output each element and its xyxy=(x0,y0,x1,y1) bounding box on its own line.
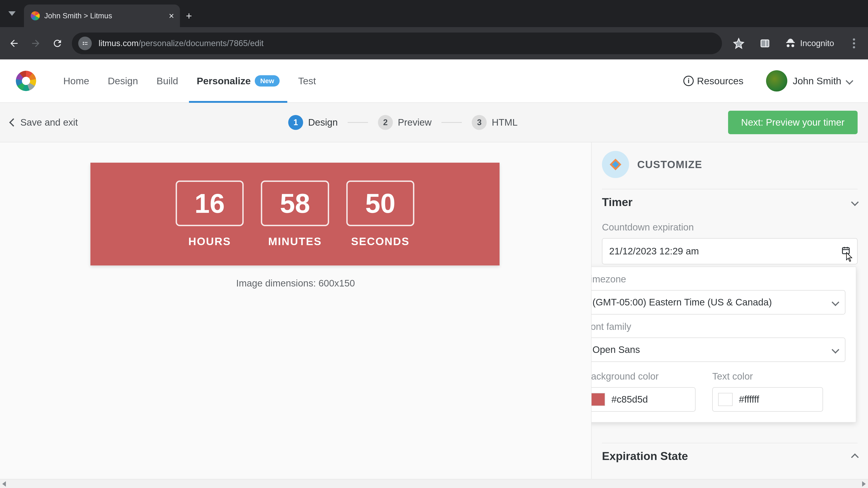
timer-preview[interactable]: 16 HOURS 58 MINUTES 50 SECONDS xyxy=(90,163,500,265)
bgcolor-swatch[interactable] xyxy=(591,393,605,406)
favicon-icon xyxy=(31,11,40,20)
chevron-down-icon xyxy=(851,198,859,206)
back-button[interactable] xyxy=(3,33,25,54)
reload-button[interactable] xyxy=(46,33,68,54)
app-nav: Home Design Build Personalize New Test i… xyxy=(0,59,868,103)
user-menu[interactable]: John Smith xyxy=(766,70,852,92)
new-badge: New xyxy=(255,75,280,87)
chevron-up-icon xyxy=(851,453,859,461)
image-dimensions: Image dimensions: 600x150 xyxy=(0,278,591,289)
save-exit-button[interactable]: Save and exit xyxy=(10,117,78,128)
bgcolor-input[interactable]: #c85d5d xyxy=(591,387,695,412)
svg-point-9 xyxy=(853,46,855,48)
browser-tab[interactable]: John Smith > Litmus × xyxy=(24,4,180,27)
resources-link[interactable]: i Resources xyxy=(683,75,743,87)
step-preview[interactable]: 2 Preview xyxy=(378,115,432,130)
sub-bar: Save and exit 1 Design 2 Preview 3 HTML … xyxy=(0,103,868,142)
bgcolor-label: Background color xyxy=(591,371,695,382)
svg-rect-4 xyxy=(85,44,88,44)
textcolor-label: Text color xyxy=(712,371,823,382)
svg-point-1 xyxy=(83,41,84,43)
font-label: Font family xyxy=(591,321,845,332)
timer-hours: 16 HOURS xyxy=(176,181,244,248)
customize-icon xyxy=(602,151,629,178)
incognito-indicator[interactable]: Incognito xyxy=(780,38,839,49)
chevron-down-icon xyxy=(832,346,839,354)
font-select[interactable]: Open Sans xyxy=(591,337,845,362)
new-tab-button[interactable]: + xyxy=(180,4,198,27)
url-domain: litmus.com xyxy=(98,39,138,48)
litmus-logo[interactable] xyxy=(16,71,36,91)
address-bar[interactable]: litmus.com/personalize/documents/7865/ed… xyxy=(72,33,722,54)
timer-minutes: 58 MINUTES xyxy=(261,181,329,248)
nav-design[interactable]: Design xyxy=(108,59,138,102)
nav-test[interactable]: Test xyxy=(298,59,316,102)
site-info-icon[interactable] xyxy=(78,37,92,50)
nav-personalize[interactable]: Personalize New xyxy=(197,59,280,102)
customize-panel: CUSTOMIZE Timer Countdown expiration 21/… xyxy=(591,142,868,479)
step-html[interactable]: 3 HTML xyxy=(472,115,518,130)
step-divider xyxy=(441,122,462,123)
timezone-label: Timezone xyxy=(591,274,845,285)
user-name: John Smith xyxy=(793,75,841,87)
chevron-down-icon xyxy=(832,298,839,306)
avatar xyxy=(766,70,787,92)
forward-button[interactable] xyxy=(25,33,46,54)
incognito-label: Incognito xyxy=(800,39,834,48)
svg-marker-0 xyxy=(8,11,16,16)
arrow-left-icon xyxy=(9,118,18,127)
bookmark-button[interactable] xyxy=(728,33,749,54)
textcolor-input[interactable]: #ffffff xyxy=(712,387,823,412)
side-panel-button[interactable] xyxy=(754,33,776,54)
svg-point-7 xyxy=(853,38,855,40)
horizontal-scrollbar[interactable] xyxy=(0,479,868,488)
close-tab-icon[interactable]: × xyxy=(169,11,174,20)
step-divider xyxy=(348,122,368,123)
info-icon: i xyxy=(683,76,694,86)
textcolor-swatch[interactable] xyxy=(718,393,733,406)
countdown-input[interactable]: 21/12/2023 12:29 am xyxy=(602,238,858,264)
section-expiration[interactable]: Expiration State xyxy=(602,443,858,469)
nav-home[interactable]: Home xyxy=(63,59,89,102)
countdown-label: Countdown expiration xyxy=(602,222,858,233)
timer-seconds: 50 SECONDS xyxy=(346,181,414,248)
nav-build[interactable]: Build xyxy=(157,59,178,102)
section-timer[interactable]: Timer xyxy=(602,189,858,215)
svg-point-3 xyxy=(83,43,84,45)
tab-search-button[interactable] xyxy=(0,0,24,27)
step-indicator: 1 Design 2 Preview 3 HTML xyxy=(78,115,728,130)
step-design[interactable]: 1 Design xyxy=(288,115,338,130)
chevron-down-icon xyxy=(846,77,853,85)
tab-title: John Smith > Litmus xyxy=(44,11,112,20)
browser-menu-button[interactable] xyxy=(843,33,865,54)
next-preview-button[interactable]: Next: Preview your timer xyxy=(728,111,858,134)
timezone-select[interactable]: (GMT-05:00) Eastern Time (US & Canada) xyxy=(591,290,845,315)
svg-point-8 xyxy=(853,42,855,44)
customize-title: CUSTOMIZE xyxy=(637,158,702,170)
svg-rect-5 xyxy=(761,40,769,47)
cursor-icon xyxy=(846,252,854,264)
url-path: /personalize/documents/7865/edit xyxy=(138,39,264,48)
canvas: 16 HOURS 58 MINUTES 50 SECONDS Image dim… xyxy=(0,142,591,479)
svg-rect-2 xyxy=(85,42,88,43)
